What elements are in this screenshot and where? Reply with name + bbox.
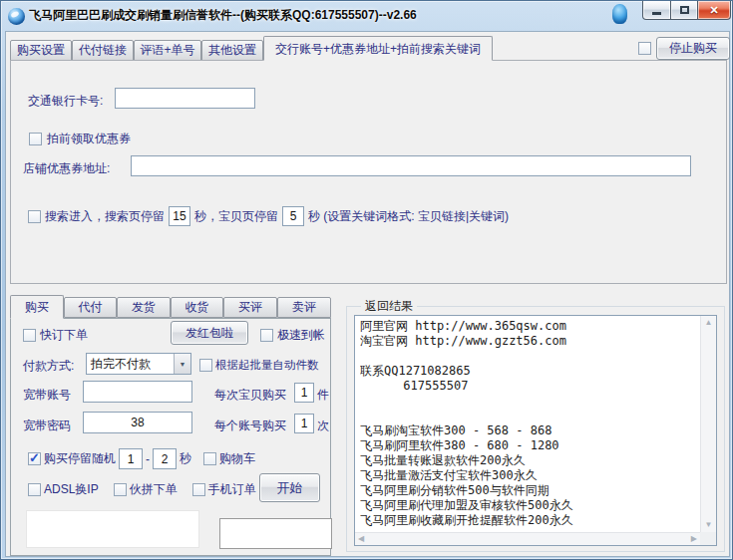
per-account-qty-input[interactable] bbox=[294, 414, 314, 433]
scrollbar-corner bbox=[700, 532, 716, 545]
scroll-up-icon[interactable]: ▲ bbox=[702, 316, 716, 330]
check-icon: ✓ bbox=[29, 450, 40, 465]
scroll-left-icon[interactable]: ◀ bbox=[355, 532, 367, 546]
item-page-stay-input[interactable] bbox=[282, 206, 304, 226]
adsl-label: ADSL换IP bbox=[44, 481, 99, 498]
tab-buyer-review[interactable]: 买评 bbox=[223, 297, 277, 318]
payment-method-label: 付款方式: bbox=[23, 358, 74, 375]
app-window: 飞马阿里巴巴刷成交刷销量刷信誉软件--(购买联系QQ:617555507)--v… bbox=[0, 0, 733, 560]
horizontal-scrollbar[interactable]: ◀ ▶ bbox=[355, 532, 700, 545]
coupon-settings-page: 交通银行卡号: 拍前领取优惠券 店铺优惠券地址: 搜索进入，搜索页停留 秒，宝贝… bbox=[10, 60, 727, 284]
tab-payment-links[interactable]: 代付链接 bbox=[72, 40, 134, 61]
broadband-password-input[interactable] bbox=[83, 412, 192, 433]
start-button[interactable]: 开始 bbox=[259, 473, 320, 502]
quick-order-checkbox[interactable] bbox=[23, 329, 36, 342]
stay-max-input[interactable] bbox=[153, 448, 177, 469]
per-item-label: 每次宝贝购买 bbox=[214, 387, 286, 404]
group-order-checkbox[interactable] bbox=[114, 483, 127, 496]
result-group: 返回结果 阿里官网 http://www.365qsw.com 淘宝官网 htt… bbox=[346, 306, 725, 552]
fast-arrival-checkbox[interactable] bbox=[260, 329, 273, 342]
search-mid-label: 秒，宝贝页停留 bbox=[194, 208, 278, 225]
tab-receive[interactable]: 收货 bbox=[171, 297, 223, 318]
result-textarea[interactable]: 阿里官网 http://www.365qsw.com 淘宝官网 http://w… bbox=[354, 315, 717, 546]
maximize-icon bbox=[680, 6, 689, 14]
fast-arrival-label: 极速到帐 bbox=[277, 327, 325, 344]
search-enter-checkbox[interactable] bbox=[28, 210, 41, 223]
search-suffix-label: 秒 (设置关键词格式: 宝贝链接|关键词) bbox=[308, 208, 509, 225]
minimize-icon bbox=[652, 12, 661, 15]
maximize-button[interactable] bbox=[671, 1, 698, 20]
auto-qty-checkbox[interactable] bbox=[199, 359, 212, 372]
red-packet-button[interactable]: 发红包啦 bbox=[171, 321, 248, 345]
payment-method-select[interactable]: 拍完不付款 ▼ bbox=[86, 353, 191, 375]
tab-comments-orders[interactable]: 评语+单号 bbox=[134, 40, 201, 61]
mobile-order-label: 手机订单 bbox=[208, 481, 256, 498]
broadband-account-input[interactable] bbox=[83, 381, 192, 403]
per-item-qty-input[interactable] bbox=[294, 383, 314, 403]
chevron-down-icon: ▼ bbox=[180, 361, 186, 368]
shop-coupon-label: 店铺优惠券地址: bbox=[23, 160, 110, 177]
per-account-label: 每个账号购买 bbox=[214, 418, 286, 434]
client-area: 购买设置 代付链接 评语+单号 其他设置 交行账号+优惠券地址+拍前搜索关键词 … bbox=[5, 31, 730, 557]
auto-qty-label: 根据起批量自动件数 bbox=[215, 358, 319, 373]
tray-icon bbox=[612, 4, 627, 24]
window-title: 飞马阿里巴巴刷成交刷销量刷信誉软件--(购买联系QQ:617555507)--v… bbox=[29, 1, 417, 31]
broadband-password-label: 宽带密码 bbox=[23, 418, 71, 434]
caption-buttons: ✕ bbox=[642, 1, 731, 20]
close-button[interactable]: ✕ bbox=[698, 1, 731, 20]
tab-buy-settings[interactable]: 购买设置 bbox=[10, 40, 72, 61]
tab-bank-coupon-keywords[interactable]: 交行账号+优惠券地址+拍前搜索关键词 bbox=[263, 36, 493, 61]
tab-other-settings[interactable]: 其他设置 bbox=[201, 40, 263, 61]
pre-claim-coupon-label: 拍前领取优惠券 bbox=[47, 131, 131, 147]
scroll-right-icon[interactable]: ▶ bbox=[688, 532, 700, 546]
tab-seller-review[interactable]: 卖评 bbox=[277, 297, 331, 318]
result-group-label: 返回结果 bbox=[361, 298, 417, 315]
group-order-label: 伙拼下单 bbox=[130, 481, 178, 498]
result-content: 阿里官网 http://www.365qsw.com 淘宝官网 http://w… bbox=[360, 319, 696, 527]
search-page-stay-input[interactable] bbox=[169, 206, 190, 226]
minimize-button[interactable] bbox=[642, 1, 671, 20]
broadband-account-label: 宽带账号 bbox=[23, 387, 71, 404]
tab-buy[interactable]: 购买 bbox=[10, 295, 64, 319]
stay-random-checkbox[interactable]: ✓ bbox=[28, 452, 41, 465]
title-bar: 飞马阿里巴巴刷成交刷销量刷信誉软件--(购买联系QQ:617555507)--v… bbox=[1, 1, 733, 31]
stay-min-input[interactable] bbox=[119, 448, 143, 469]
search-prefix-label: 搜索进入，搜索页停留 bbox=[45, 208, 165, 225]
stay-random-label: 购买停留随机 bbox=[44, 450, 116, 467]
close-icon: ✕ bbox=[709, 4, 718, 17]
stop-checkbox[interactable] bbox=[638, 42, 651, 55]
buy-panel: 快订下单 发红包啦 极速到帐 付款方式: 拍完不付款 ▼ 根据起批量自动件数 宽… bbox=[10, 318, 331, 556]
vertical-scrollbar[interactable]: ▲ ▼ bbox=[700, 316, 716, 532]
pre-claim-coupon-checkbox[interactable] bbox=[29, 133, 42, 145]
bottom-right-input[interactable] bbox=[219, 518, 332, 549]
per-account-unit-label: 次 bbox=[317, 418, 329, 434]
shop-coupon-input[interactable] bbox=[131, 155, 691, 176]
stay-unit-label: 秒 bbox=[180, 450, 191, 467]
bank-card-input[interactable] bbox=[115, 88, 255, 109]
cart-checkbox[interactable] bbox=[203, 452, 216, 465]
payment-method-value: 拍完不付款 bbox=[87, 356, 174, 373]
mobile-order-checkbox[interactable] bbox=[192, 483, 205, 496]
per-item-unit-label: 件 bbox=[317, 387, 329, 404]
stay-sep-label: - bbox=[146, 452, 150, 466]
tab-pay[interactable]: 代付 bbox=[64, 297, 117, 318]
dropdown-button[interactable]: ▼ bbox=[174, 354, 190, 374]
quick-order-label: 快订下单 bbox=[40, 327, 88, 344]
app-icon bbox=[8, 8, 25, 25]
scroll-down-icon[interactable]: ▼ bbox=[702, 518, 716, 532]
tab-ship[interactable]: 发货 bbox=[117, 297, 171, 318]
cart-label: 购物车 bbox=[219, 450, 255, 467]
adsl-checkbox[interactable] bbox=[28, 483, 41, 496]
stop-buy-button[interactable]: 停止购买 bbox=[656, 37, 730, 60]
bottom-left-input[interactable] bbox=[26, 510, 199, 548]
bank-card-label: 交通银行卡号: bbox=[28, 93, 103, 110]
